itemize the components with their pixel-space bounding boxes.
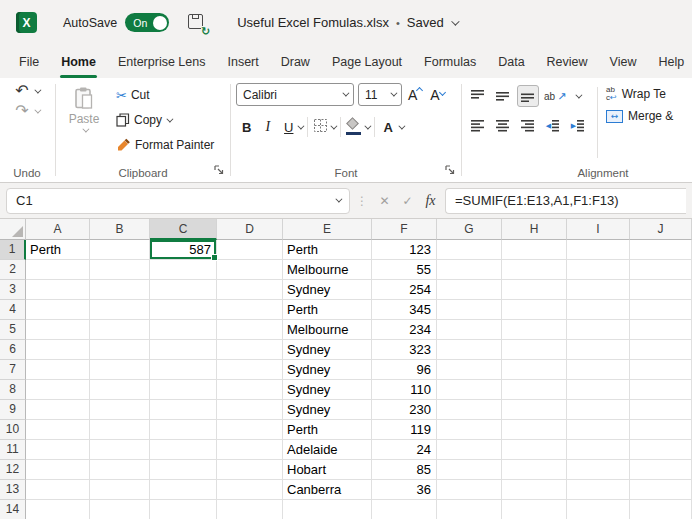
center-align-button[interactable] — [492, 115, 514, 137]
middle-align-button[interactable] — [492, 85, 514, 107]
cell-F8[interactable]: 110 — [372, 380, 437, 400]
cell-G14[interactable] — [437, 500, 502, 519]
font-size-combo[interactable]: 11 — [358, 83, 402, 106]
decrease-font-size-button[interactable]: A — [428, 87, 446, 103]
font-dialog-launcher-icon[interactable] — [445, 164, 455, 178]
cell-E1[interactable]: Perth — [283, 240, 372, 260]
paste-button[interactable]: Paste — [61, 83, 107, 162]
tab-insert[interactable]: Insert — [216, 45, 269, 78]
cell-D7[interactable] — [217, 360, 283, 380]
align-left-button[interactable] — [467, 115, 489, 137]
name-box[interactable]: C1 — [6, 188, 350, 214]
cell-F4[interactable]: 345 — [372, 300, 437, 320]
column-header-J[interactable]: J — [630, 219, 692, 240]
excel-logo-icon[interactable]: X — [16, 12, 37, 33]
column-header-F[interactable]: F — [372, 219, 437, 240]
cell-I8[interactable] — [567, 380, 630, 400]
row-header-3[interactable]: 3 — [0, 280, 26, 300]
chevron-down-icon[interactable] — [331, 122, 338, 129]
cell-A10[interactable] — [26, 420, 90, 440]
row-header-6[interactable]: 6 — [0, 340, 26, 360]
cell-H2[interactable] — [502, 260, 567, 280]
borders-button[interactable] — [313, 118, 328, 136]
orientation-button[interactable]: ab ↗ — [542, 90, 568, 103]
cell-B5[interactable] — [90, 320, 150, 340]
cell-B9[interactable] — [90, 400, 150, 420]
cell-I5[interactable] — [567, 320, 630, 340]
cell-E13[interactable]: Canberra — [283, 480, 372, 500]
copy-button[interactable]: Copy — [113, 108, 217, 132]
cell-J6[interactable] — [630, 340, 692, 360]
cell-G11[interactable] — [437, 440, 502, 460]
cell-H4[interactable] — [502, 300, 567, 320]
chevron-down-icon[interactable] — [576, 91, 583, 98]
cell-J13[interactable] — [630, 480, 692, 500]
cell-C4[interactable] — [150, 300, 217, 320]
tab-help[interactable]: Help — [647, 45, 692, 78]
cell-F14[interactable] — [372, 500, 437, 519]
cell-B12[interactable] — [90, 460, 150, 480]
top-align-button[interactable] — [467, 85, 489, 107]
column-header-A[interactable]: A — [26, 219, 90, 240]
format-painter-button[interactable]: Format Painter — [113, 133, 217, 157]
increase-font-size-button[interactable]: A — [406, 87, 424, 103]
cell-E12[interactable]: Hobart — [283, 460, 372, 480]
cell-F9[interactable]: 230 — [372, 400, 437, 420]
cell-H8[interactable] — [502, 380, 567, 400]
cell-F6[interactable]: 323 — [372, 340, 437, 360]
cell-B14[interactable] — [90, 500, 150, 519]
underline-button[interactable]: U — [278, 120, 295, 135]
cell-H6[interactable] — [502, 340, 567, 360]
cell-G6[interactable] — [437, 340, 502, 360]
tab-file[interactable]: File — [8, 45, 50, 78]
cell-H1[interactable] — [502, 240, 567, 260]
cell-D4[interactable] — [217, 300, 283, 320]
cell-A7[interactable] — [26, 360, 90, 380]
tab-view[interactable]: View — [599, 45, 648, 78]
cell-G13[interactable] — [437, 480, 502, 500]
cell-F11[interactable]: 24 — [372, 440, 437, 460]
cell-G9[interactable] — [437, 400, 502, 420]
cell-C5[interactable] — [150, 320, 217, 340]
cell-A5[interactable] — [26, 320, 90, 340]
row-header-12[interactable]: 12 — [0, 460, 26, 480]
merge-center-button[interactable]: ↔ Merge & — [606, 109, 673, 123]
cell-D1[interactable] — [217, 240, 283, 260]
cell-C1[interactable]: 587 — [150, 240, 217, 260]
cell-C8[interactable] — [150, 380, 217, 400]
cell-J2[interactable] — [630, 260, 692, 280]
cell-B10[interactable] — [90, 420, 150, 440]
cell-C13[interactable] — [150, 480, 217, 500]
cell-H9[interactable] — [502, 400, 567, 420]
cell-D8[interactable] — [217, 380, 283, 400]
row-header-5[interactable]: 5 — [0, 320, 26, 340]
cell-H13[interactable] — [502, 480, 567, 500]
cell-F3[interactable]: 254 — [372, 280, 437, 300]
cell-E4[interactable]: Perth — [283, 300, 372, 320]
cell-E11[interactable]: Adelaide — [283, 440, 372, 460]
cell-F5[interactable]: 234 — [372, 320, 437, 340]
cell-G3[interactable] — [437, 280, 502, 300]
cell-I12[interactable] — [567, 460, 630, 480]
cell-H11[interactable] — [502, 440, 567, 460]
cell-D9[interactable] — [217, 400, 283, 420]
cell-C2[interactable] — [150, 260, 217, 280]
cell-I9[interactable] — [567, 400, 630, 420]
cell-C14[interactable] — [150, 500, 217, 519]
chevron-down-icon[interactable] — [398, 122, 405, 129]
cell-I6[interactable] — [567, 340, 630, 360]
tab-review[interactable]: Review — [536, 45, 599, 78]
cell-J12[interactable] — [630, 460, 692, 480]
tab-data[interactable]: Data — [487, 45, 535, 78]
tab-page-layout[interactable]: Page Layout — [321, 45, 413, 78]
cell-I13[interactable] — [567, 480, 630, 500]
cell-J14[interactable] — [630, 500, 692, 519]
cell-I3[interactable] — [567, 280, 630, 300]
cancel-button[interactable]: ✕ — [374, 190, 395, 212]
cell-D5[interactable] — [217, 320, 283, 340]
cell-A1[interactable]: Perth — [26, 240, 90, 260]
cell-E9[interactable]: Sydney — [283, 400, 372, 420]
cell-H10[interactable] — [502, 420, 567, 440]
cell-E8[interactable]: Sydney — [283, 380, 372, 400]
clipboard-dialog-launcher-icon[interactable] — [214, 164, 224, 178]
